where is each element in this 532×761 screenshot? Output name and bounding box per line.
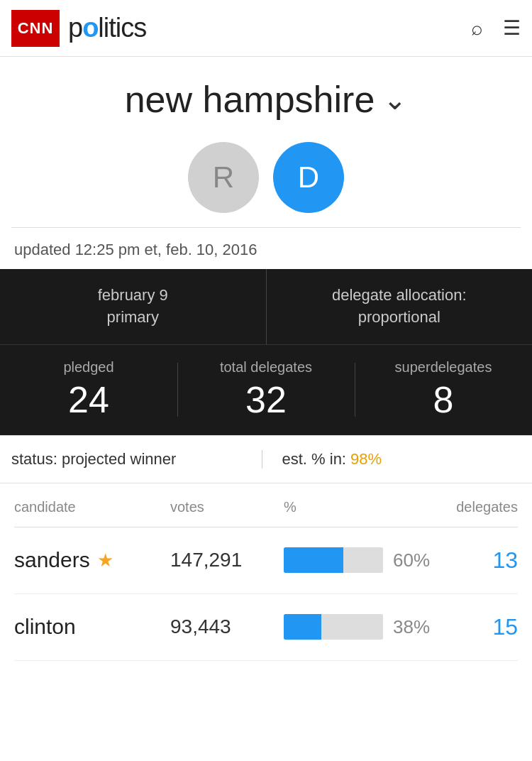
status-bar: status: projected winner est. % in: 98% — [0, 435, 532, 483]
clinton-pct-text: 38% — [393, 616, 430, 638]
menu-icon[interactable]: ☰ — [503, 16, 521, 40]
primary-date: february 9 — [98, 286, 168, 304]
updated-text: updated 12:25 pm et, feb. 10, 2016 — [0, 228, 532, 269]
super-label: superdelegates — [362, 359, 525, 376]
pledged-stat: pledged 24 — [0, 345, 177, 435]
clinton-pct-area: 38% — [284, 614, 461, 640]
democrat-button[interactable]: D — [273, 142, 344, 213]
sanders-pct-area: 60% — [284, 547, 461, 573]
est-value: 98% — [350, 450, 382, 468]
col-header-candidate: candidate — [14, 499, 170, 515]
candidates-header: candidate votes % delegates — [14, 483, 518, 527]
sanders-pct-text: 60% — [393, 549, 430, 571]
total-delegates-stat: total delegates 32 — [177, 345, 355, 435]
democrat-label: D — [298, 160, 319, 195]
state-title-area: new hampshire ⌄ — [0, 57, 532, 135]
search-icon[interactable]: ⌕ — [471, 17, 483, 40]
col-header-delegates: delegates — [456, 499, 518, 515]
status-projected-winner: status: projected winner — [11, 450, 262, 469]
info-box: february 9 primary delegate allocation: … — [0, 269, 532, 435]
table-row: sanders ★ 147,291 60% 13 — [14, 527, 518, 594]
header-icons: ⌕ ☰ — [471, 16, 521, 40]
total-value: 32 — [184, 381, 348, 418]
clinton-delegates: 15 — [461, 614, 518, 640]
allocation-info: delegate allocation: proportional — [267, 269, 533, 344]
sanders-pct-bar — [284, 547, 383, 573]
candidate-name-clinton: clinton — [14, 615, 170, 639]
header: CNN politics ⌕ ☰ — [0, 0, 532, 57]
total-label: total delegates — [184, 359, 348, 376]
superdelegates-stat: superdelegates 8 — [355, 345, 532, 435]
clinton-pct-fill — [284, 614, 321, 640]
clinton-votes: 93,443 — [170, 615, 284, 638]
state-title[interactable]: new hampshire ⌄ — [125, 78, 408, 121]
allocation-label: delegate allocation: — [332, 286, 467, 304]
status-est-pct: est. % in: 98% — [262, 450, 521, 469]
chevron-down-icon[interactable]: ⌄ — [383, 83, 407, 116]
primary-type: primary — [107, 308, 159, 326]
candidates-section: candidate votes % delegates sanders ★ 14… — [0, 483, 532, 661]
politics-title: politics — [68, 13, 146, 43]
header-left: CNN politics — [11, 10, 146, 47]
candidate-name-sanders: sanders ★ — [14, 548, 170, 572]
sanders-delegates: 13 — [461, 547, 518, 574]
republican-button[interactable]: R — [188, 142, 259, 213]
sanders-pct-fill — [284, 547, 343, 573]
republican-label: R — [213, 160, 234, 195]
sanders-votes: 147,291 — [170, 549, 284, 571]
clinton-name-text: clinton — [14, 615, 76, 639]
politics-i-dot: o — [82, 13, 98, 43]
est-label: est. % in: — [282, 450, 346, 468]
pledged-value: 24 — [7, 381, 170, 418]
info-box-top: february 9 primary delegate allocation: … — [0, 269, 532, 345]
table-row: clinton 93,443 38% 15 — [14, 594, 518, 661]
primary-info: february 9 primary — [0, 269, 267, 344]
party-buttons: R D — [0, 135, 532, 227]
clinton-pct-bar — [284, 614, 383, 640]
sanders-name-text: sanders — [14, 548, 90, 572]
info-box-bottom: pledged 24 total delegates 32 superdeleg… — [0, 345, 532, 435]
state-name-text: new hampshire — [125, 78, 375, 121]
col-header-votes: votes — [170, 499, 284, 515]
pledged-label: pledged — [7, 359, 170, 376]
col-header-pct: % — [284, 499, 456, 515]
cnn-logo: CNN — [11, 10, 60, 47]
allocation-type: proportional — [358, 308, 440, 326]
winner-star-icon: ★ — [97, 549, 113, 571]
super-value: 8 — [362, 381, 525, 418]
